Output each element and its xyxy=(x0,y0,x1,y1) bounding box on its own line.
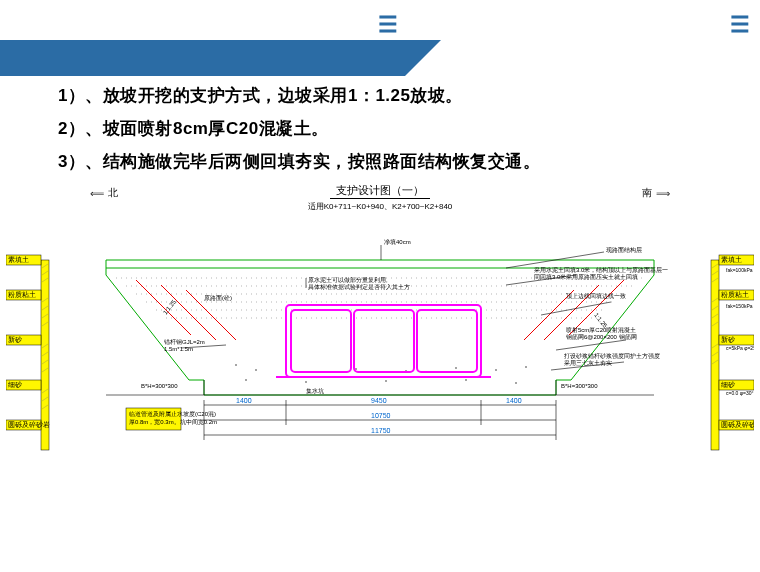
svg-text:采用三七灰土夯实: 采用三七灰土夯实 xyxy=(564,359,612,366)
svg-point-61 xyxy=(525,366,527,368)
menu-icon-top: ☰ xyxy=(378,12,398,38)
svg-text:B*H=300*300: B*H=300*300 xyxy=(561,383,598,389)
svg-text:集水坑: 集水坑 xyxy=(306,387,324,394)
svg-text:具体标准依据试验判定是否符入其土方: 具体标准依据试验判定是否符入其土方 xyxy=(308,283,410,290)
bullet-1: 1）、放坡开挖的支护方式，边坡采用1：1.25放坡。 xyxy=(58,84,720,107)
svg-rect-75 xyxy=(286,305,481,377)
culvert-structure xyxy=(276,305,491,377)
svg-text:1.5m*1.5m: 1.5m*1.5m xyxy=(164,346,193,352)
svg-line-67 xyxy=(136,280,191,335)
svg-text:打设砂浆锚杆砂浆强度同护土方强度: 打设砂浆锚杆砂浆强度同护土方强度 xyxy=(563,352,660,359)
svg-text:同回填3.0米采用原路面压实土就土回填: 同回填3.0米采用原路面压实土就土回填 xyxy=(534,273,638,280)
svg-rect-78 xyxy=(417,310,477,372)
svg-line-106 xyxy=(541,302,611,315)
svg-text:粉质粘土: 粉质粘土 xyxy=(721,291,749,298)
south-arrow: 南⟹ xyxy=(642,186,670,200)
svg-line-68 xyxy=(161,285,216,340)
svg-rect-77 xyxy=(354,310,414,372)
svg-text:钢筋网6@200×200 钢筋网: 钢筋网6@200×200 钢筋网 xyxy=(565,334,637,340)
bullet-2: 2）、坡面喷射8cm厚C20混凝土。 xyxy=(58,117,720,140)
svg-text:素填土: 素填土 xyxy=(8,256,29,264)
svg-text:10750: 10750 xyxy=(371,412,391,419)
bullet-3: 3）、结构施做完毕后两侧回填夯实，按照路面结构恢复交通。 xyxy=(58,150,720,173)
svg-text:厚0.8m，宽0.3m。坑中间宽0.2m: 厚0.8m，宽0.3m。坑中间宽0.2m xyxy=(129,418,217,425)
svg-text:c=5kPa φ=25°: c=5kPa φ=25° xyxy=(726,345,754,351)
drawing-title: 支护设计图（一） xyxy=(330,183,430,199)
svg-text:锚杆钢GJL=2m: 锚杆钢GJL=2m xyxy=(163,339,205,345)
svg-point-62 xyxy=(245,379,247,381)
svg-point-57 xyxy=(355,368,357,370)
svg-line-108 xyxy=(556,340,626,350)
svg-text:现路面结构层: 现路面结构层 xyxy=(606,247,642,253)
svg-text:粉质粘土: 粉质粘土 xyxy=(8,291,36,298)
dimensions: 1400 9450 1400 10750 11750 xyxy=(204,397,556,440)
left-soil-column: 素填土 粉质粘土 新砂 细砂 圆砾及碎砂岩 xyxy=(6,255,50,450)
svg-point-53 xyxy=(235,364,237,366)
svg-text:新砂: 新砂 xyxy=(8,336,22,344)
svg-text:圆砾及碎砂岩: 圆砾及碎砂岩 xyxy=(8,421,50,429)
svg-text:1:1.25: 1:1.25 xyxy=(162,298,177,315)
text-content: 1）、放坡开挖的支护方式，边坡采用1：1.25放坡。 2）、坡面喷射8cm厚C2… xyxy=(58,84,720,183)
svg-text:采用水泥土回填3.0米，结构顶以上与原路面基层一: 采用水泥土回填3.0米，结构顶以上与原路面基层一 xyxy=(534,267,668,273)
svg-point-54 xyxy=(255,369,257,371)
svg-point-65 xyxy=(465,379,467,381)
svg-text:新砂: 新砂 xyxy=(721,336,735,344)
svg-text:c=0.0 φ=30°: c=0.0 φ=30° xyxy=(726,390,753,396)
north-arrow: ⟸北 xyxy=(90,186,118,200)
svg-rect-25 xyxy=(711,260,719,450)
svg-text:1400: 1400 xyxy=(236,397,252,404)
svg-text:喷射5cm厚C20喷射混凝土: 喷射5cm厚C20喷射混凝土 xyxy=(566,327,636,333)
svg-text:素填土: 素填土 xyxy=(721,256,742,264)
drawing-subtitle: 适用K0+711~K0+940、K2+700~K2+840 xyxy=(0,201,760,212)
title-banner xyxy=(0,40,405,76)
svg-text:顶上边线回填边线一致: 顶上边线回填边线一致 xyxy=(566,293,626,299)
svg-text:B*H=300*300: B*H=300*300 xyxy=(141,383,178,389)
svg-text:细砂: 细砂 xyxy=(721,381,735,389)
menu-icon-right: ☰ xyxy=(730,12,750,38)
svg-text:9450: 9450 xyxy=(371,397,387,404)
svg-text:原路面(砼): 原路面(砼) xyxy=(204,295,232,301)
right-soil-column: 素填土 粉质粘土 新砂 细砂 圆砾及碎砂岩 xyxy=(711,255,754,450)
svg-text:fak=150kPa φ=24°: fak=150kPa φ=24° xyxy=(726,303,754,309)
svg-text:fak=100kPa φ=10°: fak=100kPa φ=10° xyxy=(726,267,754,273)
engineering-drawing: 素填土 粉质粘土 新砂 细砂 圆砾及碎砂岩 素填土 粉质粘土 新砂 细砂 圆砾及… xyxy=(6,220,754,510)
svg-text:1400: 1400 xyxy=(506,397,522,404)
svg-point-64 xyxy=(385,380,387,382)
svg-text:临道管道及附属止水坡度(C20混): 临道管道及附属止水坡度(C20混) xyxy=(129,410,216,417)
svg-point-66 xyxy=(515,382,517,384)
svg-rect-76 xyxy=(291,310,351,372)
svg-text:原水泥土可以做部分重复利用,: 原水泥土可以做部分重复利用, xyxy=(308,276,388,283)
svg-point-60 xyxy=(495,369,497,371)
svg-text:细砂: 细砂 xyxy=(8,381,22,389)
svg-point-59 xyxy=(455,367,457,369)
svg-text:净填40cm: 净填40cm xyxy=(384,239,411,245)
svg-text:圆砾及碎砂岩: 圆砾及碎砂岩 xyxy=(721,421,754,429)
svg-point-63 xyxy=(305,381,307,383)
svg-text:11750: 11750 xyxy=(371,427,391,434)
